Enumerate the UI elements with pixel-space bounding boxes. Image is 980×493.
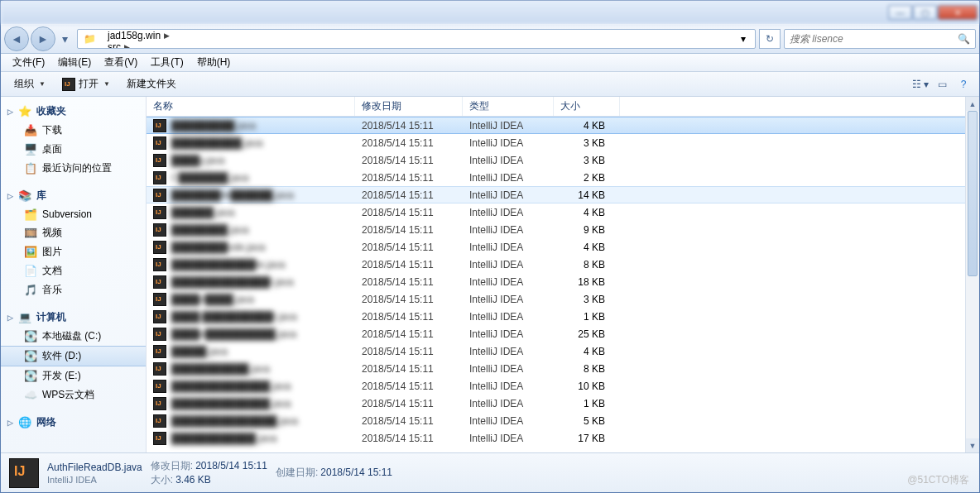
sidebar-network[interactable]: ▷🌐网络 [1, 413, 146, 432]
refresh-button[interactable]: ↻ [759, 29, 781, 49]
scroll-down-icon[interactable]: ▼ [966, 438, 979, 452]
col-name[interactable]: 名称 [147, 97, 355, 116]
breadcrumb-segment[interactable]: jad158g.win▶ [101, 30, 175, 41]
new-folder-button[interactable]: 新建文件夹 [118, 74, 185, 93]
table-row[interactable]: ████████████te.java2018/5/14 15:11Intell… [147, 256, 965, 273]
open-button[interactable]: 打开▼ [54, 74, 118, 93]
picture-icon: 🖼️ [24, 246, 37, 259]
sidebar-item-documents[interactable]: 📄文档 [1, 261, 146, 280]
table-row[interactable]: ████d████.java2018/5/14 15:11IntelliJ ID… [147, 290, 965, 308]
table-row[interactable]: ███████████.java2018/5/14 15:11IntelliJ … [147, 360, 965, 377]
table-row[interactable]: C███████.java2018/5/14 15:11IntelliJ IDE… [147, 169, 965, 186]
intellij-icon [153, 119, 166, 132]
file-type: IntelliJ IDEA [463, 381, 554, 392]
history-dropdown[interactable]: ▾ [57, 26, 72, 51]
scroll-up-icon[interactable]: ▲ [966, 97, 979, 111]
sidebar-item-disk-d[interactable]: 💽软件 (D:) [1, 346, 146, 366]
sidebar-item-music[interactable]: 🎵音乐 [1, 280, 146, 299]
star-icon: ⭐ [18, 105, 31, 118]
sidebar-favorites[interactable]: ▷⭐收藏夹 [1, 102, 146, 121]
sidebar-item-disk-c[interactable]: 💽本地磁盘 (C:) [1, 327, 146, 346]
file-date: 2018/5/14 15:11 [355, 346, 463, 357]
menu-tools[interactable]: 工具(T) [144, 54, 190, 71]
back-button[interactable]: ◄ [4, 26, 29, 51]
file-date: 2018/5/14 15:11 [355, 398, 463, 409]
sidebar-item-downloads[interactable]: 📥下载 [1, 121, 146, 140]
help-button[interactable]: ? [953, 75, 974, 93]
address-bar[interactable]: 📁 计算机▶软件 (D:)▶java▶jad158g.win▶src▶com▶k… [77, 29, 756, 49]
sidebar-item-pictures[interactable]: 🖼️图片 [1, 242, 146, 261]
library-icon: 📚 [18, 189, 31, 203]
table-row[interactable]: █████████.java2018/5/14 15:11IntelliJ ID… [147, 117, 965, 134]
file-name: ████y.java [171, 155, 224, 166]
intellij-icon [9, 458, 39, 488]
forward-button[interactable]: ► [31, 26, 55, 51]
sidebar-computer[interactable]: ▷💻计算机 [1, 308, 146, 327]
address-dropdown-icon[interactable]: ▾ [735, 31, 752, 47]
table-row[interactable]: ██████████████.java2018/5/14 15:11Intell… [147, 377, 965, 395]
col-size[interactable]: 大小 [554, 97, 620, 116]
sidebar-item-subversion[interactable]: 🗂️Subversion [1, 205, 146, 223]
file-date: 2018/5/14 15:11 [355, 276, 463, 288]
file-type: IntelliJ IDEA [463, 224, 554, 236]
breadcrumb-segment[interactable]: src▶ [101, 41, 175, 49]
file-type: IntelliJ IDEA [463, 415, 554, 427]
col-type[interactable]: 类型 [463, 97, 554, 116]
file-type: IntelliJ IDEA [463, 276, 554, 288]
file-size: 10 KB [554, 381, 620, 392]
file-date: 2018/5/14 15:11 [355, 189, 463, 201]
file-type: IntelliJ IDEA [463, 311, 554, 323]
table-row[interactable]: ██████████████t.java2018/5/14 15:11Intel… [147, 273, 965, 290]
file-type: IntelliJ IDEA [463, 328, 554, 340]
organize-button[interactable]: 组织▼ [6, 74, 54, 93]
sidebar-item-videos[interactable]: 🎞️视频 [1, 223, 146, 242]
file-size: 5 KB [554, 415, 620, 427]
sidebar-item-desktop[interactable]: 🖥️桌面 [1, 140, 146, 159]
table-row[interactable]: ██████████████.java2018/5/14 15:11Intell… [147, 395, 965, 412]
table-row[interactable]: ████████.java2018/5/14 15:11IntelliJ IDE… [147, 221, 965, 238]
maximize-button[interactable]: ▢ [913, 5, 937, 20]
minimize-button[interactable]: — [888, 5, 912, 20]
menu-edit[interactable]: 编辑(E) [51, 54, 98, 71]
table-row[interactable]: ███████████████.java2018/5/14 15:11Intel… [147, 412, 965, 429]
close-button[interactable]: ✕ [938, 5, 978, 20]
intellij-icon [153, 310, 166, 323]
sidebar-item-disk-e[interactable]: 💽开发 (E:) [1, 366, 146, 385]
network-icon: 🌐 [18, 416, 31, 429]
table-row[interactable]: ████y.java2018/5/14 15:11IntelliJ IDEA3 … [147, 151, 965, 169]
vertical-scrollbar[interactable]: ▲ ▼ [965, 97, 979, 452]
menu-help[interactable]: 帮助(H) [190, 54, 238, 71]
table-row[interactable]: ████e██████████.java2018/5/14 15:11Intel… [147, 325, 965, 342]
scrollbar-thumb[interactable] [968, 111, 978, 276]
menu-view[interactable]: 查看(V) [98, 54, 144, 71]
file-size: 3 KB [554, 155, 620, 166]
view-options-button[interactable]: ☷ ▾ [910, 75, 931, 93]
file-name: ███████████.java [171, 363, 270, 375]
preview-pane-button[interactable]: ▭ [931, 75, 953, 93]
sidebar-item-wps[interactable]: ☁️WPS云文档 [1, 385, 146, 404]
file-date: 2018/5/14 15:11 [355, 207, 463, 218]
music-icon: 🎵 [24, 284, 37, 297]
col-date[interactable]: 修改日期 [355, 97, 463, 116]
file-size: 1 KB [554, 398, 620, 409]
table-row[interactable]: ██████.java2018/5/14 15:11IntelliJ IDEA4… [147, 203, 965, 221]
intellij-icon [153, 362, 166, 376]
search-input[interactable]: 搜索 lisence 🔍 [784, 29, 976, 49]
table-row[interactable]: ████)██████████t.java2018/5/14 15:11Inte… [147, 308, 965, 325]
menu-file[interactable]: 文件(F) [6, 54, 51, 71]
sidebar-item-recent[interactable]: 📋最近访问的位置 [1, 159, 146, 178]
intellij-icon [153, 345, 166, 358]
file-size: 1 KB [554, 311, 620, 323]
table-row[interactable]: █████.java2018/5/14 15:11IntelliJ IDEA4 … [147, 342, 965, 360]
details-type: IntelliJ IDEA [47, 475, 142, 485]
table-row[interactable]: ██████████.java2018/5/14 15:11IntelliJ I… [147, 134, 965, 151]
file-type: IntelliJ IDEA [463, 189, 554, 201]
file-size: 9 KB [554, 224, 620, 236]
table-row[interactable]: ███████ile██████.java2018/5/14 15:11Inte… [147, 186, 965, 203]
table-row[interactable]: ████████ode.java2018/5/14 15:11IntelliJ … [147, 238, 965, 256]
intellij-icon [153, 258, 166, 271]
sidebar-libraries[interactable]: ▷📚库 [1, 186, 146, 205]
file-type: IntelliJ IDEA [463, 120, 554, 132]
details-modified: 修改日期: 2018/5/14 15:11大小: 3.46 KB [151, 459, 267, 487]
table-row[interactable]: ████████████.java2018/5/14 15:11IntelliJ… [147, 429, 965, 447]
